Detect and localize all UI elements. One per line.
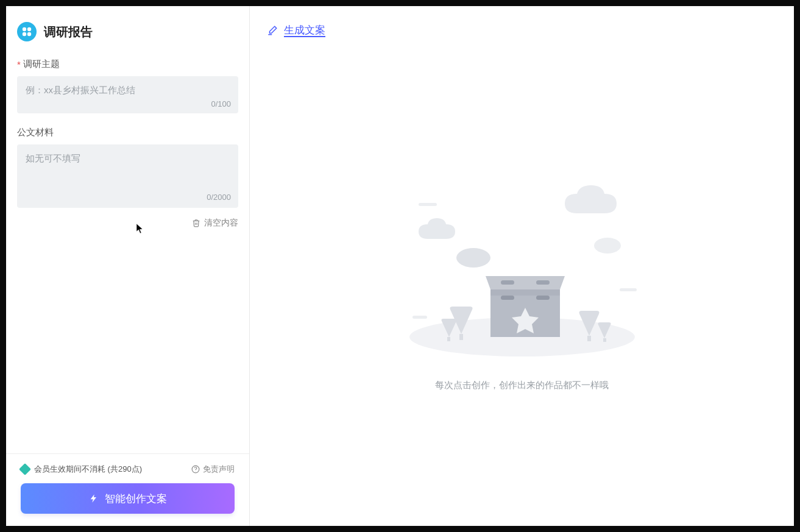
material-counter: 0/2000: [207, 193, 231, 202]
panel-body: * 调研主题 0/100 公文材料 0/2000: [6, 48, 249, 453]
svg-point-7: [456, 248, 490, 268]
required-star: *: [17, 59, 21, 69]
svg-rect-12: [459, 334, 463, 340]
points-info: 会员生效期间不消耗 (共290点): [21, 464, 142, 475]
topic-label-text: 调研主题: [23, 59, 60, 70]
topic-input-wrap: 0/100: [17, 76, 238, 113]
svg-rect-20: [536, 296, 550, 300]
svg-rect-10: [620, 288, 637, 291]
panel-header: 调研报告: [6, 6, 249, 48]
material-textarea[interactable]: [17, 144, 238, 205]
pen-icon: [267, 25, 278, 36]
app-frame: 调研报告 * 调研主题 0/100 公文材料 0/2000: [6, 6, 794, 526]
empty-illustration: [394, 166, 650, 361]
svg-point-0: [23, 27, 26, 31]
panel-title: 调研报告: [44, 24, 93, 40]
svg-rect-17: [501, 280, 514, 285]
svg-point-3: [27, 32, 31, 36]
svg-point-1: [27, 27, 31, 31]
disclaimer-text: 免责声明: [203, 464, 235, 475]
material-label: 公文材料: [17, 127, 238, 138]
empty-state-text: 每次点击创作，创作出来的作品都不一样哦: [435, 380, 609, 391]
disclaimer-link[interactable]: 免责声明: [191, 464, 235, 475]
panel-footer: 会员生效期间不消耗 (共290点) 免责声明: [6, 453, 249, 526]
right-body: 每次点击创作，创作出来的作品都不一样哦: [250, 43, 794, 526]
svg-rect-19: [501, 296, 514, 300]
topic-counter: 0/100: [211, 99, 231, 108]
bolt-icon: [89, 493, 99, 504]
diamond-icon: [19, 463, 31, 475]
svg-rect-18: [536, 280, 550, 285]
generate-button-label: 智能创作文案: [105, 492, 167, 506]
topic-label: * 调研主题: [17, 59, 238, 70]
question-icon: [191, 465, 200, 473]
svg-rect-9: [419, 203, 437, 206]
left-panel: 调研报告 * 调研主题 0/100 公文材料 0/2000: [6, 6, 250, 526]
clear-button[interactable]: 清空内容: [17, 218, 238, 229]
points-text: 会员生效期间不消耗 (共290点): [34, 464, 142, 475]
clear-label: 清空内容: [204, 218, 238, 229]
svg-rect-14: [587, 336, 591, 341]
topic-input[interactable]: [17, 76, 238, 113]
right-title[interactable]: 生成文案: [284, 23, 325, 37]
svg-rect-11: [412, 316, 427, 319]
material-input-wrap: 0/2000: [17, 144, 238, 208]
svg-point-2: [23, 32, 26, 36]
right-header: 生成文案: [250, 6, 794, 43]
svg-point-8: [594, 238, 621, 254]
material-label-text: 公文材料: [17, 127, 54, 138]
svg-point-5: [196, 471, 196, 472]
svg-rect-13: [447, 337, 450, 341]
svg-rect-15: [603, 338, 606, 342]
trash-icon: [192, 219, 200, 227]
footer-info: 会员生效期间不消耗 (共290点) 免责声明: [21, 464, 235, 475]
generate-button[interactable]: 智能创作文案: [21, 483, 235, 514]
right-panel: 生成文案: [250, 6, 794, 526]
app-logo-icon: [17, 22, 37, 41]
